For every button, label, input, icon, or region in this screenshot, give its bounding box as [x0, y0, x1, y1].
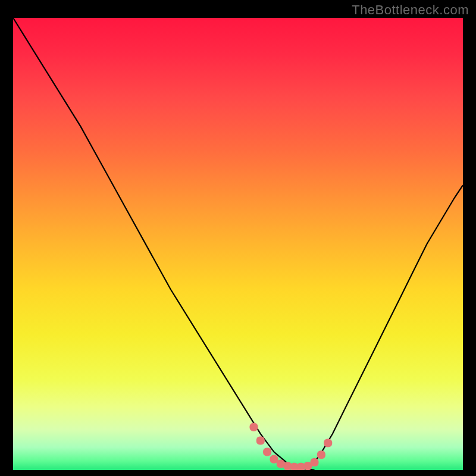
curve-right [305, 185, 463, 470]
curve-overlay [13, 18, 463, 470]
watermark-label: TheBottleneck.com [352, 2, 469, 18]
marker-dot [317, 450, 325, 459]
marker-dot [263, 448, 271, 456]
chart-container: TheBottleneck.com [0, 0, 476, 476]
plot-area [13, 18, 463, 470]
marker-dot [324, 439, 332, 447]
marker-dot [256, 437, 265, 445]
marker-dot [250, 423, 258, 431]
marker-dot [311, 458, 319, 466]
marker-group [250, 423, 333, 470]
curve-left [13, 18, 315, 470]
